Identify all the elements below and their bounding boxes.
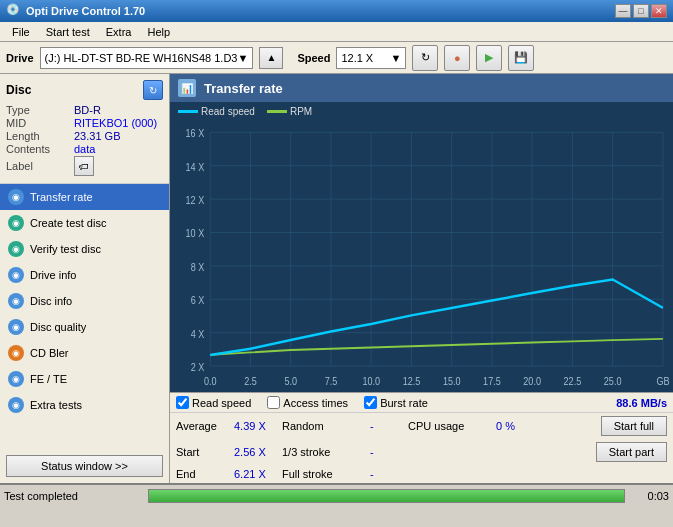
- end-value: 6.21 X: [234, 468, 274, 480]
- svg-text:16 X: 16 X: [186, 127, 205, 139]
- nav-verify-test-disc[interactable]: ◉ Verify test disc: [0, 236, 169, 262]
- nav-cd-bler-label: CD Bler: [30, 347, 69, 359]
- disc-contents-value: data: [74, 143, 95, 155]
- menu-bar: File Start test Extra Help: [0, 22, 673, 42]
- nav-transfer-rate-label: Transfer rate: [30, 191, 93, 203]
- svg-text:12.5: 12.5: [403, 375, 421, 387]
- burst-rate-checkbox-item: Burst rate: [364, 396, 428, 409]
- save-button[interactable]: 💾: [508, 45, 534, 71]
- svg-text:0.0: 0.0: [204, 375, 217, 387]
- nav-extra-tests[interactable]: ◉ Extra tests: [0, 392, 169, 418]
- disc-refresh-button[interactable]: ↻: [143, 80, 163, 100]
- rpm-legend-color: [267, 110, 287, 113]
- svg-text:10.0: 10.0: [362, 375, 380, 387]
- legend-read-speed: Read speed: [178, 106, 255, 117]
- svg-text:12 X: 12 X: [186, 194, 205, 206]
- disc-info-icon: ◉: [8, 293, 24, 309]
- svg-text:14 X: 14 X: [186, 161, 205, 173]
- sidebar: Disc ↻ Type BD-R MID RITEKBO1 (000) Leng…: [0, 74, 170, 483]
- burst-rate-checkbox[interactable]: [364, 396, 377, 409]
- read-speed-legend-label: Read speed: [201, 106, 255, 117]
- nav-cd-bler[interactable]: ◉ CD Bler: [0, 340, 169, 366]
- access-times-checkbox-item: Access times: [267, 396, 348, 409]
- nav-disc-info-label: Disc info: [30, 295, 72, 307]
- nav-disc-info[interactable]: ◉ Disc info: [0, 288, 169, 314]
- legend-rpm: RPM: [267, 106, 312, 117]
- full-stroke-label: Full stroke: [282, 468, 362, 480]
- disc-contents-row: Contents data: [6, 143, 163, 155]
- disc-quality-icon: ◉: [8, 319, 24, 335]
- eject-button[interactable]: ▲: [259, 47, 283, 69]
- nav-create-test-disc[interactable]: ◉ Create test disc: [0, 210, 169, 236]
- extra-tests-icon: ◉: [8, 397, 24, 413]
- nav-create-test-disc-label: Create test disc: [30, 217, 106, 229]
- access-times-checkbox[interactable]: [267, 396, 280, 409]
- fe-te-icon: ◉: [8, 371, 24, 387]
- access-times-checkbox-label: Access times: [283, 397, 348, 409]
- minimize-button[interactable]: —: [615, 4, 631, 18]
- disc-mid-row: MID RITEKBO1 (000): [6, 117, 163, 129]
- progress-fill: [149, 490, 624, 502]
- svg-text:25.0: 25.0: [604, 375, 622, 387]
- menu-file[interactable]: File: [4, 24, 38, 40]
- svg-text:17.5: 17.5: [483, 375, 501, 387]
- svg-text:4 X: 4 X: [191, 328, 205, 340]
- verify-test-disc-icon: ◉: [8, 241, 24, 257]
- disc-mid-value: RITEKBO1 (000): [74, 117, 157, 129]
- average-value: 4.39 X: [234, 420, 274, 432]
- read-speed-checkbox-item: Read speed: [176, 396, 251, 409]
- right-panel: 📊 Transfer rate Read speed RPM: [170, 74, 673, 483]
- refresh-button[interactable]: ↻: [412, 45, 438, 71]
- disc-type-value: BD-R: [74, 104, 101, 116]
- settings-button2[interactable]: ▶: [476, 45, 502, 71]
- menu-help[interactable]: Help: [139, 24, 178, 40]
- chart-svg: 16 X 14 X 12 X 10 X 8 X 6 X 4 X 2 X 0.0 …: [170, 120, 673, 392]
- chart-icon: 📊: [178, 79, 196, 97]
- nav-disc-quality[interactable]: ◉ Disc quality: [0, 314, 169, 340]
- read-speed-checkbox[interactable]: [176, 396, 189, 409]
- average-label: Average: [176, 420, 226, 432]
- start-part-button[interactable]: Start part: [596, 442, 667, 462]
- disc-mid-label: MID: [6, 117, 74, 129]
- read-speed-legend-color: [178, 110, 198, 113]
- chart-legend: Read speed RPM: [170, 102, 673, 120]
- menu-start-test[interactable]: Start test: [38, 24, 98, 40]
- start-label: Start: [176, 446, 226, 458]
- chart-title: Transfer rate: [204, 81, 283, 96]
- settings-button1[interactable]: ●: [444, 45, 470, 71]
- disc-label-button[interactable]: 🏷: [74, 156, 94, 176]
- svg-text:20.0: 20.0: [523, 375, 541, 387]
- disc-contents-label: Contents: [6, 143, 74, 155]
- status-text: Test completed: [4, 490, 144, 502]
- nav-transfer-rate[interactable]: ◉ Transfer rate: [0, 184, 169, 210]
- end-row: End 6.21 X Full stroke -: [170, 465, 673, 483]
- speed-selector[interactable]: 12.1 X ▼: [336, 47, 406, 69]
- status-window-button[interactable]: Status window >>: [6, 455, 163, 477]
- drive-bar: Drive (J:) HL-DT-ST BD-RE WH16NS48 1.D3 …: [0, 42, 673, 74]
- nav-verify-test-disc-label: Verify test disc: [30, 243, 101, 255]
- menu-extra[interactable]: Extra: [98, 24, 140, 40]
- svg-text:15.0: 15.0: [443, 375, 461, 387]
- cpu-usage-label: CPU usage: [408, 420, 488, 432]
- svg-rect-0: [170, 120, 673, 392]
- transfer-rate-icon: ◉: [8, 189, 24, 205]
- svg-text:10 X: 10 X: [186, 228, 205, 240]
- maximize-button[interactable]: □: [633, 4, 649, 18]
- chart-header: 📊 Transfer rate: [170, 74, 673, 102]
- chart-area: 16 X 14 X 12 X 10 X 8 X 6 X 4 X 2 X 0.0 …: [170, 120, 673, 392]
- disc-label-row: Label 🏷: [6, 156, 163, 176]
- progress-bar: [148, 489, 625, 503]
- end-label: End: [176, 468, 226, 480]
- speed-label: Speed: [297, 52, 330, 64]
- svg-text:2 X: 2 X: [191, 361, 205, 373]
- read-speed-checkbox-label: Read speed: [192, 397, 251, 409]
- nav-fe-te[interactable]: ◉ FE / TE: [0, 366, 169, 392]
- burst-rate-value: 88.6 MB/s: [616, 397, 667, 409]
- nav-disc-quality-label: Disc quality: [30, 321, 86, 333]
- nav-fe-te-label: FE / TE: [30, 373, 67, 385]
- drive-selector[interactable]: (J:) HL-DT-ST BD-RE WH16NS48 1.D3 ▼: [40, 47, 254, 69]
- svg-text:8 X: 8 X: [191, 261, 205, 273]
- nav-drive-info[interactable]: ◉ Drive info: [0, 262, 169, 288]
- start-full-button[interactable]: Start full: [601, 416, 667, 436]
- close-button[interactable]: ✕: [651, 4, 667, 18]
